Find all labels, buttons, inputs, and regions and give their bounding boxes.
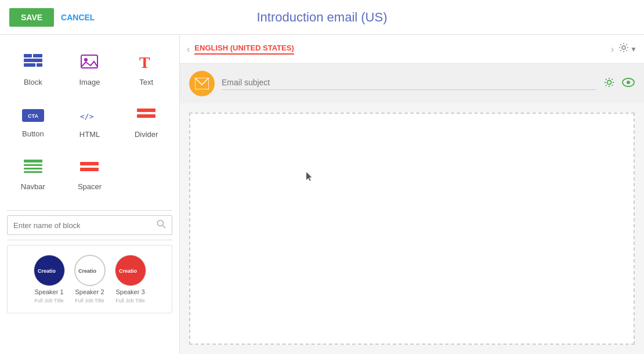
email-subject-input[interactable] [222,78,596,90]
block-label: Block [24,78,42,86]
speaker-2-name: Speaker 2 [75,288,104,295]
lang-dropdown-button[interactable]: ▼ [630,45,637,53]
speaker-3-name: Speaker 3 [115,288,144,295]
navbar-label: Navbar [21,182,45,191]
speaker-avatar-1: Creatio [34,255,65,286]
svg-text:T: T [139,54,150,70]
email-canvas[interactable] [189,113,635,345]
lang-bar: ‹ ENGLISH (UNITED STATES) › ▼ [180,35,644,64]
speaker-avatar-2: Creatio [74,255,106,286]
email-icon [189,71,215,96]
block-preview: Creatio Speaker 1 Full Job Title Creatio… [7,245,172,313]
divider-icon [137,106,155,127]
speaker-1-name: Speaker 1 [34,288,63,295]
spacer-label: Spacer [78,182,102,191]
sidebar-item-image[interactable]: Image [61,44,118,96]
lang-tab-english[interactable]: ENGLISH (UNITED STATES) [194,44,294,55]
svg-point-24 [622,46,625,49]
subject-gear-icon[interactable] [603,77,615,91]
cancel-button[interactable]: CANCEL [61,13,95,22]
sidebar-divider [7,210,172,211]
navbar-icon [24,158,42,179]
svg-rect-16 [24,171,42,173]
svg-point-6 [84,58,88,62]
svg-point-28 [627,81,630,84]
svg-text:</>: </> [80,112,94,121]
button-label: Button [22,129,44,138]
svg-rect-0 [24,54,32,57]
search-icon [157,219,166,231]
save-button[interactable]: SAVE [9,8,54,27]
html-label: HTML [79,130,100,139]
speaker-3-title: Full Job Title [115,298,145,304]
sidebar-divider-2 [7,240,172,240]
svg-text:Creatio: Creatio [78,268,97,274]
svg-rect-1 [33,54,42,57]
lang-next-arrow[interactable]: › [611,44,614,55]
content-area: ‹ ENGLISH (UNITED STATES) › ▼ [180,35,644,354]
text-label: Text [139,78,153,86]
sidebar-item-navbar[interactable]: Navbar [5,149,61,201]
sidebar-item-button[interactable]: CTA Button [5,96,61,149]
svg-text:Creatio: Creatio [119,268,138,274]
html-icon: </> [80,106,99,127]
divider-label: Divider [135,130,158,139]
sidebar-item-text[interactable]: T Text [118,44,175,96]
subject-eye-icon[interactable] [622,77,635,91]
svg-point-26 [607,80,612,84]
svg-rect-18 [80,168,99,171]
spacer-icon [80,158,99,179]
svg-text:CTA: CTA [28,113,38,119]
svg-rect-2 [24,59,42,62]
sidebar-item-html[interactable]: </> HTML [61,96,118,149]
cursor-indicator [306,172,313,182]
speaker-item-3: Creatio Speaker 3 Full Job Title [115,255,146,304]
svg-rect-4 [37,63,42,67]
svg-rect-5 [81,55,97,68]
image-label: Image [79,78,100,86]
search-input[interactable] [13,221,157,230]
svg-text:Creatio: Creatio [38,268,56,274]
speaker-1-title: Full Job Title [34,298,64,304]
sidebar-item-divider[interactable]: Divider [118,96,175,149]
page-title: Introduction email (US) [257,10,388,25]
sidebar-item-block[interactable]: Block [5,44,61,96]
text-icon: T [137,54,155,74]
block-icon [24,54,42,74]
svg-rect-3 [24,63,35,67]
sidebar: Block Image T [0,35,180,354]
speaker-avatar-3: Creatio [115,255,146,286]
svg-marker-29 [306,172,312,180]
svg-point-19 [158,221,164,226]
search-container [7,215,172,235]
image-icon [80,54,99,74]
button-icon: CTA [22,107,44,126]
sidebar-item-spacer[interactable]: Spacer [61,149,118,201]
svg-rect-12 [137,114,155,118]
speaker-item-2: Creatio Speaker 2 Full Job Title [74,255,106,304]
email-subject-area [180,64,644,103]
main-layout: Block Image T [0,35,644,354]
header: SAVE CANCEL Introduction email (US) [0,0,644,35]
svg-rect-13 [24,160,42,162]
lang-prev-arrow[interactable]: ‹ [187,44,190,55]
lang-settings-button[interactable] [618,42,629,56]
svg-line-20 [163,226,166,229]
svg-rect-17 [80,162,99,165]
svg-rect-15 [24,168,42,169]
sidebar-grid: Block Image T [0,39,179,205]
speaker-2-title: Full Job Title [75,298,104,304]
svg-rect-11 [137,109,155,112]
speaker-item-1: Creatio Speaker 1 Full Job Title [34,255,65,304]
svg-rect-14 [24,164,42,166]
